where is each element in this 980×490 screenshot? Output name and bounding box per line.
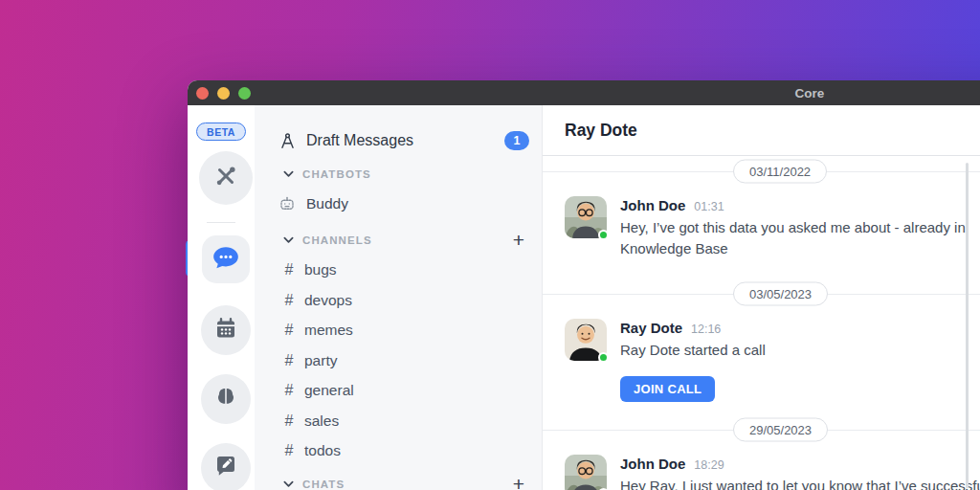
desktop-background: Core BETA — [0, 0, 980, 490]
date-pill: 03/11/2022 — [733, 160, 827, 184]
message-timeline: 03/11/2022 John Doe 01:31 Hey, I’ve got … — [543, 156, 980, 490]
chat-message: John Doe 18:29 Hey Ray, I just wanted to… — [543, 455, 980, 490]
channel-name: sales — [304, 412, 339, 430]
window-titlebar[interactable]: Core — [188, 80, 980, 105]
sidebar-channel-item[interactable]: # party — [255, 345, 542, 376]
sidebar-item-draft-messages[interactable]: Draft Messages 1 — [255, 122, 542, 159]
chatbot-name: Buddy — [306, 195, 348, 212]
john-avatar-photo — [565, 455, 607, 490]
section-header-chats[interactable]: CHATS + — [255, 469, 542, 490]
channel-name: general — [304, 382, 354, 399]
zoom-window-button[interactable] — [238, 87, 251, 100]
sidebar-item-label: Draft Messages — [306, 132, 413, 149]
hash-icon: # — [282, 352, 296, 369]
sidebar-channel-item[interactable]: # bugs — [255, 256, 542, 286]
sidebar-channel-item[interactable]: # sales — [255, 406, 542, 436]
hash-icon: # — [282, 322, 296, 339]
date-pill: 03/05/2023 — [733, 282, 828, 306]
robot-icon — [278, 195, 297, 212]
channel-name: devops — [304, 292, 352, 309]
channel-list: # bugs # devops # memes # party # genera… — [255, 256, 542, 467]
sidebar-channel-item[interactable]: # devops — [255, 285, 542, 316]
add-channel-button[interactable]: + — [511, 230, 526, 250]
traffic-lights — [196, 87, 251, 100]
avatar[interactable] — [565, 196, 607, 238]
online-status-dot — [598, 230, 609, 240]
tools-icon — [213, 164, 238, 192]
channel-name: bugs — [304, 261, 337, 278]
message-author[interactable]: John Doe — [620, 197, 685, 213]
date-separator: 03/05/2023 — [543, 278, 980, 309]
message-timestamp: 18:29 — [694, 458, 724, 472]
message-text: Hey, I’ve got this data you asked me abo… — [620, 217, 980, 259]
hash-icon: # — [282, 292, 296, 309]
close-window-button[interactable] — [196, 87, 209, 100]
date-separator: 03/11/2022 — [543, 156, 980, 187]
draft-pen-icon — [278, 132, 297, 150]
beta-badge: BETA — [196, 122, 246, 141]
rail-item-knowledge[interactable] — [201, 374, 251, 424]
online-status-dot — [598, 352, 609, 363]
chat-panel: Ray Dote 03/11/2022 John Doe 01:31 He — [542, 105, 980, 490]
section-label: CHANNELS — [302, 234, 372, 246]
draft-count-badge: 1 — [504, 131, 529, 150]
rail-item-compose[interactable] — [201, 443, 251, 490]
message-timestamp: 01:31 — [694, 200, 724, 213]
rail-item-tools[interactable] — [199, 151, 253, 205]
channel-name: party — [304, 352, 337, 369]
section-header-channels[interactable]: CHANNELS + — [255, 225, 542, 256]
avatar-image — [565, 455, 607, 490]
message-timestamp: 12:16 — [691, 323, 721, 336]
chat-scrollbar[interactable] — [966, 163, 969, 488]
message-author[interactable]: Ray Dote — [620, 320, 682, 336]
sidebar-item-buddy[interactable]: Buddy — [255, 189, 542, 220]
section-header-chatbots[interactable]: CHATBOTS — [255, 159, 542, 189]
window-title: Core — [795, 86, 825, 100]
date-separator: 29/05/2023 — [543, 414, 980, 445]
calendar-icon — [214, 317, 237, 344]
hash-icon: # — [282, 382, 296, 399]
sidebar-channel-item[interactable]: # general — [255, 376, 542, 407]
hash-icon: # — [282, 261, 296, 278]
channel-sidebar: Draft Messages 1 CHATBOTS — [255, 105, 542, 490]
sidebar-channel-item[interactable]: # memes — [255, 316, 542, 346]
channel-name: memes — [304, 322, 353, 339]
chevron-down-icon — [282, 480, 295, 488]
app-window: Core BETA — [188, 80, 980, 490]
brain-icon — [214, 386, 237, 412]
chat-message: John Doe 01:31 Hey, I’ve got this data y… — [543, 196, 980, 259]
compose-icon — [214, 455, 237, 481]
avatar[interactable] — [565, 319, 607, 361]
channel-name: todos — [304, 442, 341, 459]
message-author[interactable]: John Doe — [620, 456, 685, 472]
chat-title: Ray Dote — [565, 121, 637, 141]
hash-icon: # — [282, 412, 296, 430]
rail-divider — [207, 222, 235, 223]
minimize-window-button[interactable] — [217, 87, 230, 100]
date-pill: 29/05/2023 — [733, 418, 828, 442]
chat-header: Ray Dote — [543, 105, 980, 156]
section-label: CHATS — [302, 479, 345, 490]
avatar[interactable] — [565, 455, 607, 490]
chat-bubble-icon — [212, 245, 240, 274]
rail-item-calendar[interactable] — [201, 305, 251, 355]
sidebar-channel-item[interactable]: # todos — [255, 436, 542, 467]
message-text: Hey Ray, I just wanted to let you know t… — [620, 476, 980, 490]
chat-message: Ray Dote 12:16 Ray Dote started a call J… — [543, 319, 980, 402]
icon-rail: BETA — [188, 105, 255, 490]
join-call-button[interactable]: JOIN CALL — [620, 376, 715, 402]
rail-item-chats[interactable] — [202, 235, 250, 283]
message-text: Ray Dote started a call — [620, 340, 766, 361]
chevron-down-icon — [282, 170, 295, 178]
section-label: CHATBOTS — [302, 168, 371, 180]
add-chat-button[interactable]: + — [511, 474, 526, 490]
chevron-down-icon — [282, 236, 295, 244]
hash-icon: # — [282, 442, 296, 459]
